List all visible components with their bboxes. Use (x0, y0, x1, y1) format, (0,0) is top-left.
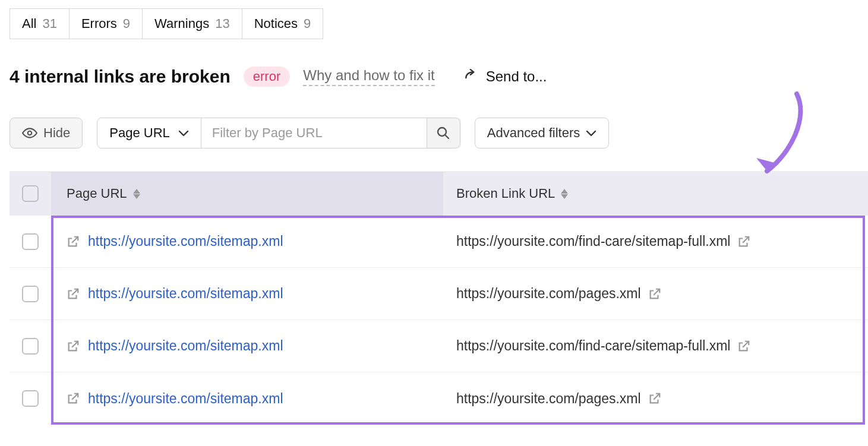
table-header: Page URL Broken Link URL (10, 172, 868, 216)
external-link-icon[interactable] (67, 287, 80, 301)
sort-icon (133, 189, 140, 199)
share-arrow-icon (463, 69, 479, 84)
send-to-label: Send to... (486, 68, 547, 85)
external-link-icon[interactable] (67, 340, 80, 353)
column-header-page-url[interactable]: Page URL (51, 172, 443, 216)
tab-label: Warnings (154, 16, 209, 31)
tab-count: 9 (304, 16, 311, 31)
tab-all[interactable]: All 31 (10, 8, 70, 39)
header-checkbox-cell (10, 185, 51, 202)
external-link-icon[interactable] (648, 392, 661, 405)
tab-warnings[interactable]: Warnings 13 (142, 8, 242, 39)
external-link-icon[interactable] (67, 392, 80, 405)
hide-button[interactable]: Hide (10, 118, 83, 148)
column-label: Broken Link URL (456, 186, 555, 201)
page-url-link[interactable]: https://yoursite.com/sitemap.xml (88, 286, 283, 302)
advanced-filters-button[interactable]: Advanced filters (475, 118, 610, 148)
row-checkbox[interactable] (22, 338, 39, 355)
results-table: Page URL Broken Link URL https://yoursit… (10, 171, 868, 425)
table-body: https://yoursite.com/sitemap.xml https:/… (10, 216, 868, 425)
chevron-down-icon (586, 129, 596, 137)
page-url-link[interactable]: https://yoursite.com/sitemap.xml (88, 338, 283, 354)
hide-label: Hide (43, 125, 70, 141)
filter-row: Hide Page URL Advanced filters (10, 118, 868, 148)
select-all-checkbox[interactable] (22, 185, 39, 202)
svg-point-0 (28, 131, 32, 135)
page-url-link[interactable]: https://yoursite.com/sitemap.xml (88, 233, 283, 249)
external-link-icon[interactable] (648, 287, 661, 301)
status-badge: error (244, 67, 290, 87)
chevron-down-icon (178, 129, 189, 137)
row-checkbox[interactable] (22, 233, 39, 250)
broken-url-text: https://yoursite.com/pages.xml (456, 391, 641, 407)
external-link-icon[interactable] (67, 235, 80, 248)
table-row: https://yoursite.com/sitemap.xml https:/… (10, 268, 868, 320)
external-link-icon[interactable] (737, 235, 750, 248)
external-link-icon[interactable] (737, 340, 750, 353)
tab-label: Errors (81, 16, 117, 31)
broken-url-text: https://yoursite.com/pages.xml (456, 286, 641, 302)
table-row: https://yoursite.com/sitemap.xml https:/… (10, 216, 868, 268)
filter-tabs: All 31 Errors 9 Warnings 13 Notices 9 (10, 8, 868, 39)
eye-icon (22, 127, 37, 139)
tab-count: 9 (123, 16, 130, 31)
fix-link[interactable]: Why and how to fix it (303, 67, 434, 86)
tab-count: 31 (42, 16, 56, 31)
search-button[interactable] (427, 118, 460, 148)
table-row: https://yoursite.com/sitemap.xml https:/… (10, 372, 868, 425)
broken-url-text: https://yoursite.com/find-care/sitemap-f… (456, 233, 730, 249)
tab-notices[interactable]: Notices 9 (242, 8, 324, 39)
filter-column-select[interactable]: Page URL (97, 118, 201, 148)
page-title: 4 internal links are broken (10, 67, 231, 87)
send-to-button[interactable]: Send to... (463, 68, 547, 85)
column-label: Page URL (67, 186, 127, 201)
filter-column-group: Page URL (97, 118, 460, 148)
row-checkbox[interactable] (22, 390, 39, 407)
table-row: https://yoursite.com/sitemap.xml https:/… (10, 320, 868, 372)
filter-input[interactable] (201, 118, 427, 148)
tab-count: 13 (215, 16, 229, 31)
filter-column-label: Page URL (109, 125, 170, 141)
row-checkbox[interactable] (22, 286, 39, 302)
broken-url-text: https://yoursite.com/find-care/sitemap-f… (456, 338, 730, 354)
tab-errors[interactable]: Errors 9 (69, 8, 143, 39)
search-icon (436, 126, 450, 140)
advanced-filters-label: Advanced filters (487, 125, 580, 141)
tab-label: Notices (254, 16, 298, 31)
page-url-link[interactable]: https://yoursite.com/sitemap.xml (88, 391, 283, 407)
column-header-broken-url[interactable]: Broken Link URL (443, 186, 868, 201)
tab-label: All (22, 16, 36, 31)
title-row: 4 internal links are broken error Why an… (10, 67, 868, 87)
sort-icon (561, 189, 568, 199)
